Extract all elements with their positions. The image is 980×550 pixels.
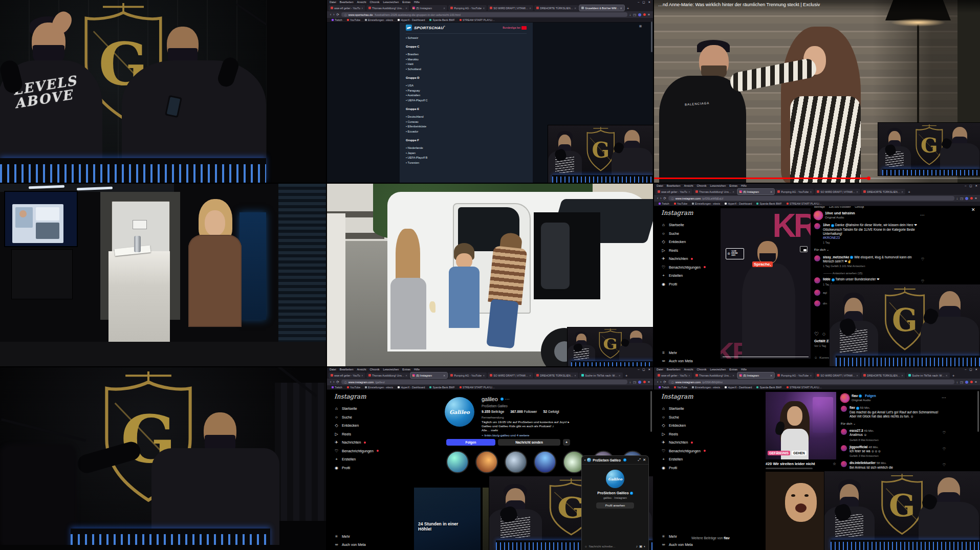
like-icon[interactable]: ♡: [921, 279, 924, 283]
minimize-button[interactable]: –: [638, 1, 639, 4]
comment-user[interactable]: 1live: [823, 223, 830, 227]
sidebar-item[interactable]: ♡ Benachrichtigungen: [661, 449, 706, 453]
url-bar[interactable]: ⓘ www.instagram.com /galileo/: [341, 380, 627, 384]
bookmark-item[interactable]: Sparda-Bank BWF: [429, 18, 454, 21]
browser-tab[interactable]: Pumping AG - YouTube ✕: [448, 372, 487, 378]
tab-close-icon[interactable]: ✕: [810, 374, 812, 377]
extensions-icon[interactable]: ◳: [960, 196, 963, 201]
comment-meta[interactable]: Gefällt 3 Mal Antworten: [850, 454, 881, 458]
sidebar-item[interactable]: ◇ Entdecken: [661, 423, 706, 428]
like-icon[interactable]: ♡: [943, 463, 946, 467]
modal-close-icon[interactable]: ✕: [971, 207, 975, 212]
sidebar-item[interactable]: ◇ Entdecken: [334, 423, 379, 428]
sidebar-item[interactable]: ○ Suche: [661, 231, 706, 236]
tab-close-icon[interactable]: ✕: [732, 374, 734, 377]
sidebar-item[interactable]: ✈ Nachrichten: [334, 440, 379, 445]
menu-item[interactable]: Chronik: [370, 368, 380, 371]
browser-tab[interactable]: Thomas Ausbildung! Uns… ✕: [693, 372, 736, 378]
menu-item[interactable]: Chronik: [370, 1, 380, 4]
minimize-button[interactable]: –: [638, 368, 639, 371]
menu-item[interactable]: Datei: [657, 368, 663, 371]
downloads-icon[interactable]: ↓: [629, 380, 631, 384]
tab-close-icon[interactable]: ✕: [688, 190, 690, 193]
comment-user[interactable]: esco27.3: [850, 429, 863, 432]
tab-close-icon[interactable]: ✕: [770, 190, 772, 193]
tab-close-icon[interactable]: ✕: [620, 7, 622, 10]
bookmark-item[interactable]: HyperX - Dashboard: [725, 386, 752, 389]
header-right-link[interactable]: Bundesliga bei: [503, 26, 527, 30]
profile-avatar[interactable]: [638, 381, 641, 384]
recording-icon[interactable]: [970, 381, 973, 383]
sidebar-item[interactable]: ◉ Profil: [661, 466, 706, 470]
browser-tab[interactable]: (5) Instagram ✕: [410, 5, 447, 11]
restore-button[interactable]: ▢: [969, 184, 972, 187]
shield-icon[interactable]: ⓘ: [671, 381, 674, 384]
browser-tab[interactable]: (5) Instagram ✕: [410, 372, 447, 378]
downloads-icon[interactable]: ↓: [956, 196, 958, 200]
window-controls[interactable]: – ▢ ✕: [965, 184, 977, 187]
sidebar-item[interactable]: ♡ Benachrichtigungen: [661, 265, 706, 270]
menu-item[interactable]: Datei: [330, 1, 336, 4]
window-controls[interactable]: – ▢ ✕: [638, 1, 650, 4]
bookmark-item[interactable]: Twitch: [659, 202, 669, 205]
app-menu-icon[interactable]: ≡: [975, 196, 977, 200]
recording-icon[interactable]: [970, 197, 973, 200]
new-tab-button[interactable]: +: [951, 373, 956, 378]
tab-close-icon[interactable]: ✕: [529, 7, 531, 10]
reload-button[interactable]: ⟳: [663, 380, 666, 384]
post-video[interactable]: GEFÄNGNIS GEHEN: [766, 392, 836, 459]
avatar[interactable]: [841, 406, 847, 412]
scrollbar[interactable]: [650, 391, 652, 432]
recording-icon[interactable]: [643, 381, 646, 383]
sidebar-item[interactable]: ∞ Auch von Meta: [334, 542, 366, 547]
menu-item[interactable]: Hilfe: [741, 184, 747, 187]
menu-item[interactable]: Extras: [729, 184, 737, 187]
new-tab-button[interactable]: +: [625, 6, 631, 11]
comment-user[interactable]: div.intellektueller: [850, 461, 876, 465]
tab-close-icon[interactable]: ✕: [405, 374, 407, 377]
more-posts-user[interactable]: flav: [724, 536, 729, 540]
bookmark-item[interactable]: HyperX - Dashboard: [398, 18, 425, 21]
minimize-button[interactable]: –: [965, 368, 966, 371]
browser-tab[interactable]: SO WIRD DRAFT | VITAMI… ✕: [815, 372, 860, 378]
back-button[interactable]: ‹: [330, 13, 331, 16]
menu-item[interactable]: Ansicht: [357, 368, 366, 371]
profile-username[interactable]: galileo: [482, 396, 498, 402]
message-button[interactable]: Nachricht senden: [498, 439, 560, 446]
app-menu-icon[interactable]: ≡: [648, 380, 650, 384]
comment-user[interactable]: jiggoofficial: [850, 445, 867, 449]
avatar[interactable]: [841, 394, 849, 402]
browser-tab[interactable]: DREHORTE TÜRKSLIEN… ✕: [534, 5, 578, 11]
sidebar-item[interactable]: ✈ Nachrichten: [661, 440, 706, 445]
cell-video-annemarie[interactable]: BALENCIAGA …nd Anne-Marie: Was wirklich …: [654, 0, 980, 183]
close-button[interactable]: ✕: [648, 368, 650, 371]
instagram-logo[interactable]: Instagram: [334, 393, 366, 400]
sidebar-item[interactable]: ≡ Mehr: [661, 350, 693, 355]
sidebar-item[interactable]: + Erstellen: [334, 457, 379, 461]
avatar[interactable]: [841, 429, 847, 435]
minimize-button[interactable]: –: [965, 184, 966, 187]
bookmark-item[interactable]: Sparda-Bank BWF: [756, 386, 781, 389]
menu-item[interactable]: Hilfe: [414, 368, 420, 371]
sidebar-item[interactable]: ✈ Nachrichten: [661, 256, 706, 261]
bookmark-item[interactable]: Einstellungen - elexis: [365, 386, 393, 389]
browser-tab[interactable]: wwe elf gelter - YouTu ✕: [329, 372, 365, 378]
more-options-icon[interactable]: ⋯: [505, 397, 510, 402]
avatar[interactable]: [814, 300, 820, 306]
bookmark-item[interactable]: Twitch: [332, 386, 342, 389]
sidebar-item[interactable]: + Erstellen: [661, 457, 706, 461]
tab-close-icon[interactable]: ✕: [483, 7, 485, 10]
browser-tab[interactable]: Thomas Ausbildung! Uns… ✕: [693, 189, 736, 194]
browser-tab[interactable]: DREHORTE TÜRKSLIEN… ✕: [861, 372, 905, 378]
menu-item[interactable]: Chronik: [697, 184, 707, 187]
bookmark-item[interactable]: Einstellungen - elexis: [692, 202, 720, 205]
tab-close-icon[interactable]: ✕: [443, 7, 445, 10]
mic-icon[interactable]: ♪: [636, 544, 638, 548]
close-button[interactable]: ✕: [975, 368, 977, 371]
downloads-icon[interactable]: ↓: [629, 13, 631, 16]
more-options-icon[interactable]: ⋯: [920, 213, 924, 217]
restore-button[interactable]: ▢: [642, 368, 645, 371]
back-button[interactable]: ‹: [657, 196, 658, 200]
back-button[interactable]: ‹: [330, 380, 331, 384]
reel-progress-bar[interactable]: [723, 357, 809, 358]
